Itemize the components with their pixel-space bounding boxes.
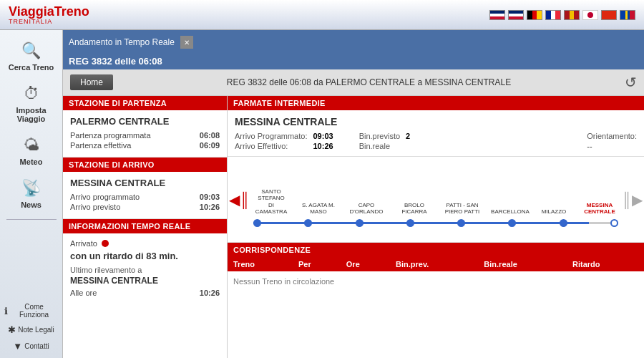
- col-ritardo: Ritardo: [567, 257, 644, 271]
- dot-7: [610, 219, 618, 227]
- app-logo: ViaggiaTreno TRENITALIA: [9, 4, 89, 25]
- ultimo-rilievo-station: MESSINA CENTRALE: [70, 276, 220, 286]
- stazione-arrivo-name: MESSINA CENTRALE: [70, 178, 220, 188]
- col-binreale: Bin.reale: [478, 257, 567, 271]
- station-label-3: BROLO FICARRA: [398, 202, 431, 216]
- orientamento-value: --: [587, 142, 637, 150]
- bin-reale-label: Bin.reale: [359, 142, 400, 150]
- refresh-button[interactable]: ↺: [625, 74, 637, 91]
- station-label-6: MILAZZO: [540, 208, 568, 216]
- sidebar-item-meteo[interactable]: 🌤 Meteo: [4, 130, 59, 170]
- station-label-1: S. AGATA M.MASO: [302, 202, 335, 216]
- train-route-info: REG 3832 delle 06:08 da PALERMO CENTRALE…: [120, 77, 618, 87]
- red-dot-icon: [102, 240, 109, 247]
- arrivo-prog-row: Arrivo programmato 09:03: [70, 193, 220, 201]
- flag-de[interactable]: [527, 10, 542, 20]
- sidebar-label-news: News: [21, 200, 42, 209]
- content-area: Andamento in Tempo Reale ✕ REG 3832 dell…: [63, 30, 644, 358]
- partenza-prog-label: Partenza programmata: [70, 131, 151, 140]
- come-funziona-label: Come Funziona: [10, 303, 58, 319]
- sidebar-label-imposta: Imposta Viaggio: [16, 106, 46, 123]
- arrivo-prog-label: Arrivo programmato: [70, 193, 140, 201]
- flag-fr[interactable]: [545, 10, 561, 20]
- sidebar-item-news[interactable]: 📡 News: [4, 173, 59, 213]
- dot-1: [304, 219, 312, 227]
- col-per: Per: [293, 257, 341, 271]
- route-track: SANTO STEFANODI CAMASTRA S. AGATA M.MASO…: [253, 164, 618, 236]
- right-column: FARMATE INTERMEDIE MESSINA CENTRALE Arri…: [228, 96, 644, 358]
- route-scroll-right[interactable]: ║▶: [622, 191, 643, 208]
- no-train-message: Nessun Treno in circolazione: [228, 271, 644, 291]
- weather-icon: 🌤: [24, 136, 39, 155]
- ritardo-text: con un ritardo di 83 min.: [70, 251, 220, 261]
- flag-cn[interactable]: [601, 10, 617, 20]
- flag-ru[interactable]: [620, 10, 635, 20]
- farmate-box: MESSINA CENTRALE Arrivo Programmato: 09:…: [228, 110, 644, 157]
- flag-uk[interactable]: [489, 10, 505, 20]
- search-icon: 🔍: [21, 42, 41, 60]
- news-icon: 📡: [21, 179, 41, 198]
- star-icon: ✱: [8, 324, 16, 335]
- arrivo-prev-value: 10:26: [200, 203, 220, 211]
- arrivo-prev-row: Arrivo previsto 10:26: [70, 203, 220, 211]
- flag-jp[interactable]: [582, 10, 598, 20]
- orientamento-label: Orientamento:: [587, 132, 637, 140]
- train-tab: Andamento in Tempo Reale ✕: [63, 30, 644, 54]
- stazione-arrivo-header: STAZIONE DI ARRIVO: [63, 158, 227, 172]
- track-line-row: [253, 216, 618, 230]
- stazione-partenza-name: PALERMO CENTRALE: [70, 116, 220, 127]
- sidebar-divider: [6, 219, 57, 220]
- sidebar-label-cerca-treno: Cerca Treno: [9, 63, 54, 72]
- col-ore: Ore: [341, 257, 390, 271]
- sidebar-bottom: ℹ Come Funziona ✱ Note Legali ▼ Contatti: [0, 301, 62, 358]
- bin-prev-val: 2: [406, 132, 410, 140]
- sidebar-item-contatti[interactable]: ▼ Contatti: [9, 339, 53, 354]
- logo-treno: Treno: [54, 4, 89, 19]
- station-label-7: MESSINACENTRALE: [581, 202, 618, 216]
- station-dots: [253, 219, 618, 227]
- station-label-4: PATTI - SANPIERO PATTI: [444, 202, 481, 216]
- arrivato-label: Arrivato: [70, 239, 97, 248]
- logo-subtitle: TRENITALIA: [9, 18, 89, 25]
- bin-prev-label: Bin.previsto: [359, 132, 400, 140]
- note-legali-label: Note Legali: [18, 326, 54, 334]
- ultimo-rilievo-label: Ultimo rilevamento a: [70, 266, 220, 274]
- dot-5: [508, 219, 516, 227]
- col-treno: Treno: [228, 257, 293, 271]
- arrivo-prog-value: 09:03: [200, 193, 220, 201]
- close-tab-button[interactable]: ✕: [180, 36, 193, 49]
- info-tempo-header: INFORMAZIONI TEMPO REALE: [63, 219, 227, 233]
- sidebar-item-note-legali[interactable]: ✱ Note Legali: [4, 322, 59, 337]
- station-label-5: BARCELLONA: [494, 208, 527, 216]
- alle-ore-value: 10:26: [200, 289, 220, 297]
- arrivo-prev-label: Arrivo previsto: [70, 203, 120, 211]
- dest-name: MESSINA CENTRALE: [235, 116, 637, 127]
- corr-header: CORRISPONDENZE: [228, 243, 644, 257]
- partenza-prog-value: 06:08: [200, 131, 220, 140]
- partenza-prog-row: Partenza programmata 06:08: [70, 131, 220, 140]
- sidebar-item-come-funziona[interactable]: ℹ Come Funziona: [0, 301, 62, 321]
- station-label-2: CAPO D'ORLANDO: [348, 202, 385, 216]
- flag-en[interactable]: [508, 10, 524, 20]
- home-button[interactable]: Home: [70, 74, 113, 90]
- sidebar-item-cerca-treno[interactable]: 🔍 Cerca Treno: [4, 36, 59, 76]
- station-labels-row: SANTO STEFANODI CAMASTRA S. AGATA M.MASO…: [253, 164, 618, 216]
- dot-2: [356, 219, 364, 227]
- language-selector[interactable]: [489, 10, 635, 20]
- dot-6: [560, 219, 567, 227]
- inner-content: Home REG 3832 delle 06:08 da PALERMO CEN…: [63, 69, 644, 358]
- arrivo-eff-label2: Arrivo Effettivo:: [235, 142, 307, 150]
- corrispondenze-table: Treno Per Ore Bin.prev. Bin.reale Ritard…: [228, 257, 644, 271]
- partenza-eff-value: 06:09: [200, 141, 220, 150]
- route-scroll-left[interactable]: ◀║: [229, 191, 250, 208]
- stazione-partenza-box: PALERMO CENTRALE Partenza programmata 06…: [63, 110, 227, 158]
- arrivato-row: Arrivato: [70, 239, 220, 248]
- sidebar-item-imposta-viaggio[interactable]: ⏱ Imposta Viaggio: [4, 79, 59, 127]
- dot-0: [253, 219, 261, 227]
- clock-icon: ⏱: [24, 84, 39, 103]
- col-binprev: Bin.prev.: [390, 257, 478, 271]
- flag-es[interactable]: [564, 10, 580, 20]
- dot-3: [406, 219, 414, 227]
- sidebar-label-meteo: Meteo: [20, 158, 43, 166]
- station-label-0: SANTO STEFANODI CAMASTRA: [253, 188, 289, 216]
